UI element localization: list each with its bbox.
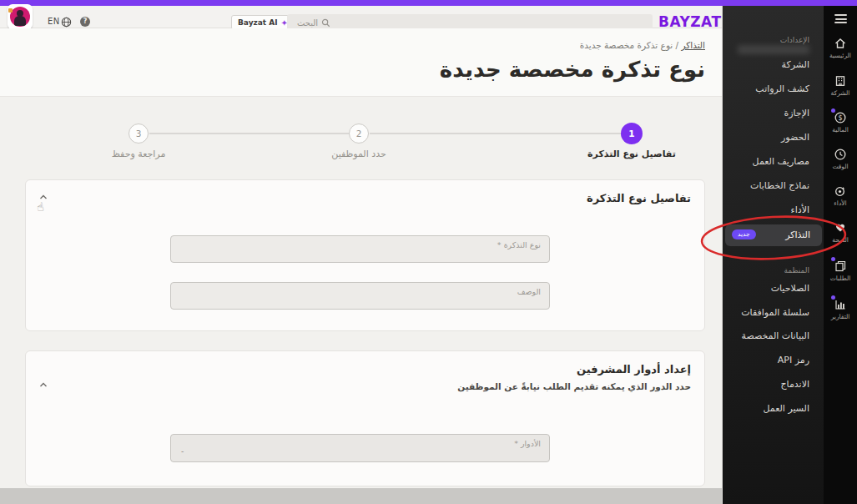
step-3-label: مراجعة وحفظ: [112, 149, 166, 159]
step-2-label: حدد الموظفين: [331, 149, 386, 159]
roles-select[interactable]: الأدوار * -: [170, 434, 550, 462]
rail-label-finance: المالية: [824, 126, 857, 134]
sidebar-item-letter-templates[interactable]: نماذج الخطابات: [750, 180, 809, 191]
rail-item-health[interactable]: الصحة: [824, 221, 857, 244]
bayzat-logo: BAYZAT: [658, 13, 722, 30]
page-header: التذاكر / نوع تذكرة مخصصة جديدة نوع تذكر…: [0, 28, 722, 97]
rail-item-performance[interactable]: الأداء: [824, 184, 857, 207]
performance-icon: [834, 184, 847, 198]
card-supervisor-roles: إعداد أدوار المشرفين حدد الدور الذي يمكن…: [25, 350, 705, 486]
help-icon[interactable]: ?: [80, 17, 90, 27]
blurred-item: [738, 45, 809, 54]
card-supervisor-roles-subtitle: حدد الدور الذي يمكنه تقديم الطلب نيابةً …: [457, 381, 691, 391]
stepper-connector: [370, 133, 621, 134]
sidebar-item-leave[interactable]: الإجازة: [784, 108, 809, 118]
breadcrumb-tickets-link[interactable]: التذاكر: [681, 40, 705, 50]
step-3-circle[interactable]: 3: [129, 123, 149, 144]
roles-select-label: الأدوار *: [514, 439, 541, 448]
rail-item-finance[interactable]: $ المالية: [824, 111, 857, 134]
bayzat-ai-label: Bayzat AI: [238, 18, 278, 27]
stepper-connector: [149, 133, 349, 134]
breadcrumb-separator: /: [673, 40, 678, 50]
breadcrumb: التذاكر / نوع تذكرة مخصصة جديدة: [580, 40, 705, 50]
reports-icon: [834, 298, 847, 311]
card-ticket-details: تفاصيل نوع التذكرة نوع التذكرة * الوصف: [25, 179, 705, 331]
sidebar-item-tickets-active[interactable]: التذاكر جديد: [725, 224, 822, 246]
sidebar-item-custom-data[interactable]: البيانات المخصصة: [741, 330, 809, 341]
sidebar-item-integration[interactable]: الاندماج: [780, 379, 809, 390]
description-placeholder: الوصف: [517, 287, 541, 296]
top-accent-strip: [0, 0, 857, 6]
rail-label-reports: التقارير: [824, 313, 857, 320]
sidebar-item-approval-chain[interactable]: سلسلة الموافقات: [741, 307, 809, 318]
rail-item-time[interactable]: الوقت: [824, 148, 857, 170]
search-placeholder: البحث: [297, 18, 318, 28]
notification-dot: [831, 257, 835, 261]
card-supervisor-roles-title: إعداد أدوار المشرفين: [577, 363, 691, 375]
sidebar-item-workflow[interactable]: السير العمل: [763, 403, 809, 414]
rail-item-home[interactable]: الرئيسية: [824, 37, 857, 59]
step-2-circle[interactable]: 2: [349, 123, 369, 144]
topbar: EN ? Bayzat AI ✦ البحث BAYZAT: [0, 6, 722, 28]
sidebar-item-tickets-label: التذاكر: [785, 229, 810, 240]
svg-text:$: $: [838, 114, 842, 122]
description-input[interactable]: الوصف: [170, 282, 550, 310]
rail-label-performance: الأداء: [824, 199, 857, 207]
step-1-circle[interactable]: 1: [621, 123, 643, 144]
app-window: EN ? Bayzat AI ✦ البحث BAYZAT التذاكر / …: [0, 0, 857, 504]
requests-icon: [834, 260, 847, 273]
rail-label-home: الرئيسية: [824, 52, 857, 59]
card-ticket-details-title: تفاصيل نوع التذكرة: [587, 192, 691, 204]
language-selector[interactable]: EN: [48, 17, 60, 26]
sidebar-item-permissions[interactable]: الصلاحيات: [771, 283, 809, 294]
rail-label-time: الوقت: [824, 163, 857, 170]
roles-select-value: -: [181, 447, 184, 456]
rail-item-reports[interactable]: التقارير: [824, 298, 857, 320]
rail-item-requests[interactable]: الطلبات: [824, 260, 857, 282]
notification-dot: [831, 295, 835, 300]
new-badge: جديد: [732, 229, 756, 239]
home-icon: [834, 37, 847, 50]
sidebar-section-organization: المنظمة: [784, 266, 809, 275]
settings-sidebar: الإعدادات الشركة كشف الرواتب الإجازة الح…: [722, 6, 824, 504]
rail-item-company[interactable]: الشركة: [824, 74, 857, 97]
collapse-chevron-icon[interactable]: [38, 378, 49, 390]
avatar-image: [10, 7, 30, 27]
bottom-strip: [0, 488, 722, 504]
sidebar-section-settings: الإعدادات: [780, 36, 809, 44]
ticket-type-input[interactable]: نوع التذكرة *: [170, 235, 550, 263]
icon-rail: الرئيسية الشركة $ المالية الوقت الأداء ا…: [824, 6, 857, 504]
clock-icon: [834, 148, 847, 161]
recording-dot-icon: [8, 8, 13, 13]
dollar-icon: $: [834, 111, 847, 124]
step-1-label: تفاصيل نوع التذكرة: [587, 149, 676, 159]
ticket-type-placeholder: نوع التذكرة *: [497, 240, 541, 249]
sidebar-item-performance[interactable]: الأداء: [791, 204, 809, 215]
sidebar-item-api-token[interactable]: رمز API: [778, 355, 809, 365]
rail-label-requests: الطلبات: [824, 275, 857, 282]
rail-label-company: الشركة: [824, 89, 857, 97]
sidebar-item-work-expenses[interactable]: مصاريف العمل: [753, 156, 809, 167]
sidebar-item-company[interactable]: الشركة: [782, 59, 809, 70]
search-icon: [321, 18, 330, 28]
rail-label-health: الصحة: [824, 236, 857, 244]
health-icon: [834, 221, 847, 234]
breadcrumb-current: نوع تذكرة مخصصة جديدة: [580, 40, 673, 50]
avatar-silhouette-body: [14, 16, 26, 26]
page-title: نوع تذكرة مخصصة جديدة: [440, 57, 705, 82]
sidebar-item-payroll[interactable]: كشف الرواتب: [755, 83, 809, 94]
sidebar-item-attendance[interactable]: الحضور: [781, 132, 809, 143]
building-icon: [834, 74, 847, 88]
notification-dot: [831, 108, 835, 113]
menu-icon[interactable]: [834, 14, 847, 23]
